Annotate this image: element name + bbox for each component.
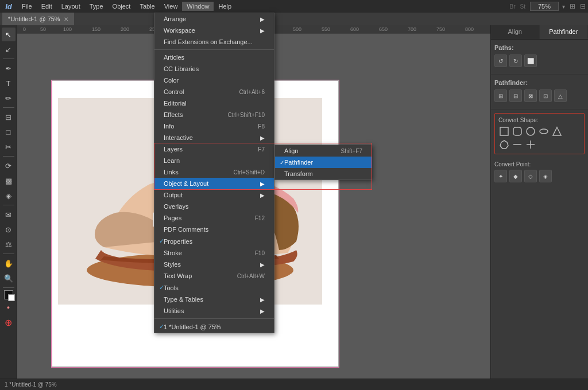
menu-layers-shortcut: F7 bbox=[246, 146, 265, 153]
sep-2 bbox=[154, 318, 274, 319]
menu-info-shortcut: F8 bbox=[246, 123, 265, 130]
menu-stroke[interactable]: Stroke F10 bbox=[154, 247, 274, 259]
menu-utilities-label: Utilities bbox=[164, 307, 184, 314]
menu-articles-label: Articles bbox=[164, 54, 184, 61]
menu-doc-title[interactable]: ✓ 1 *Untitled-1 @ 75% bbox=[154, 321, 274, 333]
menu-type-tables-label: Type & Tables bbox=[164, 296, 203, 303]
menu-articles[interactable]: Articles bbox=[154, 52, 274, 63]
submenu-transform[interactable]: Transform bbox=[275, 168, 372, 180]
submenu-align[interactable]: Align Shift+F7 bbox=[275, 145, 372, 157]
menu-styles[interactable]: Styles ▶ bbox=[154, 259, 274, 270]
menu-learn-label: Learn bbox=[164, 157, 180, 164]
styles-arrow: ▶ bbox=[260, 262, 265, 268]
menu-overlays-label: Overlays bbox=[164, 203, 188, 210]
menu-arrange-label: Arrange bbox=[164, 15, 186, 22]
menu-object-layout-label: Object & Layout bbox=[164, 180, 208, 187]
window-menu: Arrange ▶ Workspace ▶ Find Extensions on… bbox=[154, 13, 274, 333]
menu-doc-title-label: 1 *Untitled-1 @ 75% bbox=[164, 323, 221, 330]
menu-control-label: Control bbox=[164, 88, 184, 95]
menu-stroke-shortcut: F10 bbox=[243, 250, 265, 256]
menu-find-extensions-label: Find Extensions on Exchange... bbox=[164, 38, 253, 45]
menu-learn[interactable]: Learn bbox=[154, 155, 274, 166]
menu-editorial[interactable]: Editorial bbox=[154, 98, 274, 109]
menu-styles-label: Styles bbox=[164, 261, 181, 268]
menu-properties-label: Properties bbox=[164, 238, 192, 245]
menu-editorial-label: Editorial bbox=[164, 100, 187, 107]
menu-pdf-comments[interactable]: PDF Comments bbox=[154, 224, 274, 235]
submenu-align-shortcut: Shift+F7 bbox=[335, 148, 362, 154]
submenu-pathfinder[interactable]: ✓ Pathfinder bbox=[275, 157, 372, 168]
submenu-align-label: Align bbox=[284, 147, 298, 154]
menu-cc-libraries-label: CC Libraries bbox=[164, 65, 199, 72]
menu-info-label: Info bbox=[164, 123, 174, 130]
menu-control-shortcut: Ctrl+Alt+6 bbox=[228, 89, 265, 95]
menu-text-wrap[interactable]: Text Wrap Ctrl+Alt+W bbox=[154, 270, 274, 282]
menu-properties[interactable]: ✓ Properties bbox=[154, 235, 274, 247]
menu-pages-label: Pages bbox=[164, 214, 181, 221]
arrange-arrow: ▶ bbox=[260, 16, 265, 22]
submenu-pathfinder-label: Pathfinder bbox=[284, 159, 313, 166]
sep-1 bbox=[154, 49, 274, 50]
menu-workspace[interactable]: Workspace ▶ bbox=[154, 25, 274, 36]
output-arrow: ▶ bbox=[260, 192, 265, 198]
menu-output-label: Output bbox=[164, 192, 183, 198]
menu-arrange[interactable]: Arrange ▶ bbox=[154, 13, 274, 25]
menu-tools[interactable]: ✓ Tools bbox=[154, 282, 274, 294]
menu-workspace-label: Workspace bbox=[164, 27, 195, 34]
utilities-arrow: ▶ bbox=[260, 308, 265, 314]
menu-output[interactable]: Output ▶ bbox=[154, 189, 274, 201]
menu-links[interactable]: Links Ctrl+Shift+D bbox=[154, 166, 274, 178]
menu-control[interactable]: Control Ctrl+Alt+6 bbox=[154, 86, 274, 98]
submenu-transform-label: Transform bbox=[284, 170, 313, 177]
menu-tools-label: Tools bbox=[164, 284, 179, 291]
menu-effects-label: Effects bbox=[164, 111, 183, 118]
menu-color-label: Color bbox=[164, 77, 179, 84]
submenu-object-layout: Align Shift+F7 ✓ Pathfinder Transform bbox=[274, 145, 372, 180]
menu-text-wrap-shortcut: Ctrl+Alt+W bbox=[226, 273, 265, 279]
menu-effects-shortcut: Ctrl+Shift+F10 bbox=[216, 112, 265, 118]
menu-utilities[interactable]: Utilities ▶ bbox=[154, 305, 274, 317]
menu-effects[interactable]: Effects Ctrl+Shift+F10 bbox=[154, 109, 274, 120]
workspace-arrow: ▶ bbox=[260, 28, 265, 34]
menu-pages-shortcut: F12 bbox=[243, 215, 265, 221]
menu-cc-libraries[interactable]: CC Libraries bbox=[154, 63, 274, 75]
type-tables-arrow: ▶ bbox=[260, 297, 265, 303]
menu-stroke-label: Stroke bbox=[164, 249, 182, 256]
interactive-arrow: ▶ bbox=[260, 135, 265, 141]
menu-layers[interactable]: Layers F7 bbox=[154, 143, 274, 155]
menu-text-wrap-label: Text Wrap bbox=[164, 272, 192, 279]
menu-overlays[interactable]: Overlays bbox=[154, 201, 274, 212]
menu-interactive[interactable]: Interactive ▶ bbox=[154, 132, 274, 143]
menu-color[interactable]: Color bbox=[154, 75, 274, 86]
menu-pages[interactable]: Pages F12 bbox=[154, 212, 274, 224]
menu-interactive-label: Interactive bbox=[164, 134, 193, 141]
menu-layers-label: Layers bbox=[164, 146, 183, 153]
dropdown-overlay[interactable]: Arrange ▶ Workspace ▶ Find Extensions on… bbox=[0, 0, 588, 390]
menu-pdf-comments-label: PDF Comments bbox=[164, 226, 208, 233]
menu-type-tables[interactable]: Type & Tables ▶ bbox=[154, 294, 274, 305]
menu-find-extensions[interactable]: Find Extensions on Exchange... bbox=[154, 36, 274, 48]
menu-links-shortcut: Ctrl+Shift+D bbox=[222, 169, 265, 176]
menu-object-layout[interactable]: Object & Layout ▶ bbox=[154, 178, 274, 189]
menu-links-label: Links bbox=[164, 169, 179, 176]
object-layout-arrow: ▶ bbox=[260, 181, 265, 187]
menu-info[interactable]: Info F8 bbox=[154, 120, 274, 132]
